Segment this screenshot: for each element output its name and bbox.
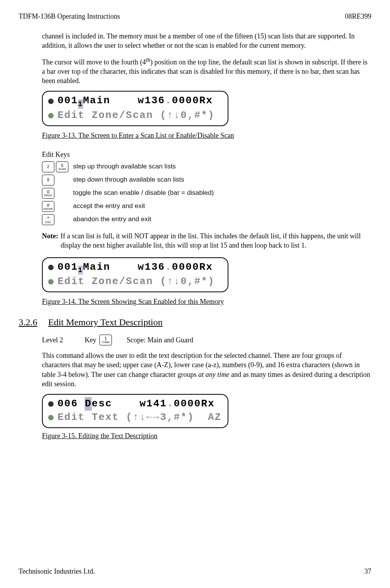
keys-table: 2 5 SCAN step up through available scan … [42,161,371,226]
para3-italic: at any time [198,371,230,378]
main-content: channel is included in. The memory must … [42,31,371,441]
lcd-display-3: 006 Desc w141.0000Rx Edit Text (↑↓←→3,#*… [42,394,228,428]
level-line: Level 2 Key 1 CHAN Scope: Main and Guard [42,335,371,345]
header-right: 08RE399 [345,12,371,21]
note-block: Note: If a scan list is full, it will NO… [42,231,371,250]
lcd-cursor-char: 1 [78,265,83,275]
lcd3-row2: Edit Text (↑↓←→3,#*) AZ [48,411,222,424]
key-row-enter: # ENTER accept the entry and exit [42,200,371,213]
paragraph-2: The cursor will move to the fourth (4th)… [42,56,371,86]
key-sub: SCAN [58,168,66,170]
indicator-dot-dark [48,265,54,270]
lcd-seg: 0000Rx [172,95,213,106]
section-title: Edit Memory Text Description [48,316,163,328]
key-up-2-icon: 2 [42,161,54,172]
section-heading-326: 3.2.6 Edit Memory Text Description [19,316,371,328]
key-row-esc: * ESC abandon the entry and exit [42,213,371,226]
level-key-wrap: 1 CHAN [99,335,112,345]
lcd-text: 0011Main w136.0000Rx [57,94,213,109]
lcd-display-1: 0011Main w136.0000Rx Edit Zone/Scan (↑↓0… [42,91,228,126]
key-desc: accept the entry and exit [73,202,145,211]
key-1-chan-icon: 1 CHAN [99,335,112,345]
scope-label: Scope: Main and Guard [127,335,193,345]
key-sym: * [47,216,49,221]
key-desc: step up through available scan lists [73,162,176,171]
paragraph-3: This command allows the user to edit the… [42,351,371,389]
lcd-display-2: 0011Main w136.0000Rx Edit Zone/Scan (↑↓0… [42,257,228,293]
key-cell: # ENTER [42,201,73,212]
key-sub: ESC [45,221,51,224]
lcd-text-dim: Edit Text (↑↓←→3,#*) AZ [57,411,221,424]
key-row-up: 2 5 SCAN step up through available scan … [42,161,371,173]
note-text: If a scan list is full, it will NOT appe… [61,231,371,250]
lcd-dot: . [165,95,172,106]
key-hash-enter-icon: # ENTER [42,201,54,212]
figure-3-14-caption: Figure 3-14. The Screen Showing Scan Ena… [42,297,371,306]
key-cell: 2 5 SCAN [42,161,73,172]
lcd2-row2: Edit Zone/Scan (↑↓0,#*) [48,275,222,288]
key-cell: 0 PROG [42,188,73,199]
lcd-cursor-char: D [85,397,92,411]
key-0-prog-icon: 0 PROG [42,188,54,199]
key-sym: # [47,203,49,208]
key-5-scan-icon: 5 SCAN [56,161,68,172]
key-sub: PROG [44,194,52,197]
lcd-dot: . [165,261,172,273]
key-num: 2 [47,165,49,169]
footer-left: Technisonic Industries Ltd. [19,567,95,576]
lcd-seg: 006 [57,398,85,409]
key-num: 8 [47,178,49,182]
key-num: 1 [104,336,107,341]
note-label: Note: [42,231,58,250]
page-header: TDFM-136B Operating Instructions 08RE399 [19,12,371,21]
lcd-seg: Main w136 [83,261,165,273]
key-row-toggle: 0 PROG toggle the scan enable / disable … [42,187,371,199]
key-down-8-icon: 8 [42,175,54,186]
para2-a: The cursor will move to the fourth (4 [42,58,146,66]
indicator-dot-dark [48,401,54,407]
lcd-text-dim: Edit Zone/Scan (↑↓0,#*) [57,275,215,288]
footer-right: 37 [364,567,371,576]
key-desc: abandon the entry and exit [73,215,151,224]
header-left: TDFM-136B Operating Instructions [19,12,120,21]
lcd2-row1: 0011Main w136.0000Rx [48,260,222,275]
indicator-dot-light [48,415,54,420]
lcd-text-dim: Edit Zone/Scan (↑↓0,#*) [57,109,215,122]
level-label: Level 2 [42,335,85,345]
key-desc: toggle the scan enable / disable (bar = … [73,189,214,198]
key-sub: CHAN [102,341,110,343]
lcd1-row2: Edit Zone/Scan (↑↓0,#*) [48,109,222,122]
lcd-seg: 0000Rx [174,398,215,409]
key-num: 0 [47,190,49,194]
para2-sup: th [146,57,150,63]
edit-keys-label: Edit Keys [42,150,371,159]
lcd-seg: esc w141 [92,398,167,409]
key-sub: ENTER [44,208,53,210]
indicator-dot-light [48,279,54,284]
page-footer: Technisonic Industries Ltd. 37 [19,567,371,576]
indicator-dot-dark [48,99,54,104]
key-cell: 8 [42,175,73,186]
lcd-seg: 001 [57,95,78,106]
lcd-seg: Main w136 [83,95,165,106]
lcd-seg: 0000Rx [172,261,213,273]
figure-3-13-caption: Figure 3-13. The Screen to Enter a Scan … [42,131,371,140]
lcd3-row1: 006 Desc w141.0000Rx [48,397,222,411]
lcd-dot: . [167,398,174,409]
paragraph-1: channel is included in. The memory must … [42,31,371,50]
section-number: 3.2.6 [19,316,48,328]
key-cell: * ESC [42,214,73,225]
lcd-seg: 001 [57,261,78,273]
lcd-cursor-char: 1 [78,99,83,109]
key-num: 5 [61,163,63,168]
key-row-down: 8 step down through available scan lists [42,174,371,186]
key-star-esc-icon: * ESC [42,214,54,225]
lcd1-row1: 0011Main w136.0000Rx [48,94,222,109]
key-desc: step down through available scan lists [73,175,184,184]
lcd-text: 006 Desc w141.0000Rx [57,397,215,411]
figure-3-15-caption: Figure 3-15. Editing the Text Descriptio… [42,431,371,441]
key-label: Key [85,335,96,345]
lcd-text: 0011Main w136.0000Rx [57,260,213,275]
indicator-dot-light [48,113,54,118]
